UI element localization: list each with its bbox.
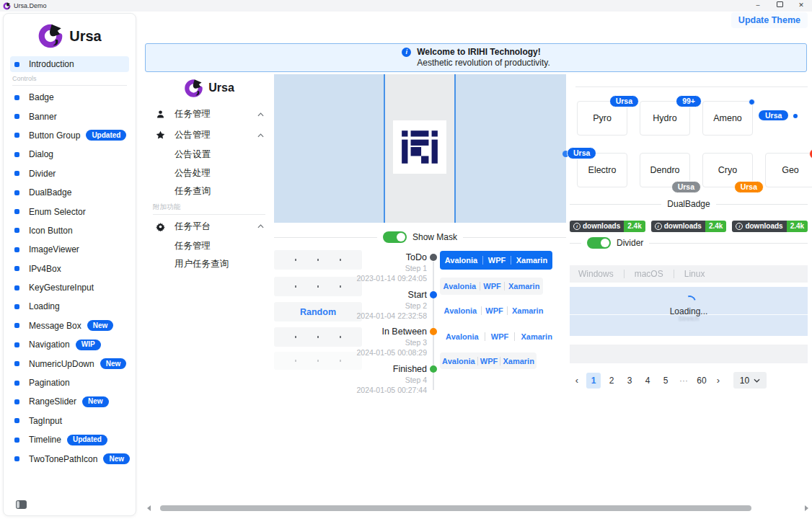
button-avalonia[interactable]: Avalonia [445,256,477,265]
bullet-icon [14,62,19,67]
card-label: Cryo [718,165,737,175]
sidebar-section-label: Controls [12,75,127,86]
timeline-date: 2023-01-14 09:24:05 [332,273,427,283]
menu-item-任务查询[interactable]: 任务查询 [144,182,274,201]
info-icon: i [655,223,662,230]
sidebar-item-divider[interactable]: Divider [4,164,136,183]
sidebar-item-pagination[interactable]: Pagination [4,373,136,392]
image-viewer[interactable] [274,74,566,223]
bullet-icon [14,381,19,386]
ursa-badge: Ursa [734,181,764,193]
badge-card-pyro[interactable]: PyroUrsa [577,101,627,136]
button-xamarin[interactable]: Xamarin [521,332,552,341]
separator [480,282,480,290]
dot-badge [809,148,812,159]
page-button-4[interactable]: 4 [640,373,655,389]
sidebar-item-message-box[interactable]: Message BoxNew [4,316,136,335]
menu-item-label: 任务平台 [175,221,211,233]
sidebar-item-introduction[interactable]: Introduction [10,56,129,72]
sidebar-item-ipv4box[interactable]: IPv4Box [4,260,136,278]
timeline-entry: StartStep 22024-01-04 22:32:58 [332,289,427,327]
sidebar-item-dialog[interactable]: Dialog [4,145,136,164]
page-button-3[interactable]: 3 [622,373,637,389]
button-wpf[interactable]: WPF [483,282,500,290]
menu-item-任务平台[interactable]: 任务平台 [144,216,274,237]
sidebar-item-badge[interactable]: Badge [4,88,136,107]
button-wpf[interactable]: WPF [485,306,503,315]
button-avalonia[interactable]: Avalonia [443,282,476,290]
scroll-left-icon[interactable] [147,505,151,511]
sidebar-item-keygestureinput[interactable]: KeyGestureInput [4,278,136,297]
dual-badge-label: idownloads [651,221,705,232]
update-theme-button[interactable]: Update Theme [731,12,808,28]
horizontal-scrollbar[interactable] [160,505,751,511]
badge-card-hydro[interactable]: Hydro99+ [640,101,690,136]
chevron-up-icon[interactable] [257,112,264,117]
menu-item-任务管理[interactable]: 任务管理 [144,237,274,256]
menu-item-公告管理[interactable]: 公告管理 [144,125,274,146]
timeline-title: Finished [332,363,427,375]
close-button[interactable]: ✕ [790,0,812,12]
badge-card-geo[interactable]: Geo [765,153,812,187]
dualbadge-divider-label: DualBadge [667,199,710,209]
sidebar-item-twotonepathicon[interactable]: TwoTonePathIconNew [4,449,136,468]
badge-card-cryo[interactable]: CryoUrsa [702,153,753,187]
sidebar-item-navigation[interactable]: NavigationWIP [4,335,136,354]
mask-overlay-left [274,74,384,223]
sidebar-item-banner[interactable]: Banner [4,107,136,125]
menu-item-公告处理[interactable]: 公告处理 [144,164,274,183]
button-xamarin[interactable]: Xamarin [516,256,547,265]
chevron-up-icon[interactable] [257,133,264,138]
badge-card-dendro[interactable]: DendroUrsa [640,153,690,187]
divider-toggle[interactable] [587,237,611,249]
button-avalonia[interactable]: Avalonia [442,357,475,365]
scroll-right-icon[interactable] [805,505,808,511]
enum-option-linux: Linux [684,269,705,279]
sidebar-item-rangeslider[interactable]: RangeSliderNew [4,392,136,411]
sidebar-item-imageviewer[interactable]: ImageViewer [4,240,136,259]
sidebar-item-dualbadge[interactable]: DualBadge [4,183,136,202]
sidebar-item-loading[interactable]: Loading [4,297,136,316]
sidebar-item-label: TagInput [29,416,62,426]
minimize-button[interactable]: – [747,0,769,12]
prev-page-button[interactable]: ‹ [571,375,583,386]
divider-toggle-label: Divider [617,238,643,248]
badge-card-ameno[interactable]: Ameno [702,101,753,136]
page-button-2[interactable]: 2 [604,373,619,389]
badge-card-electro[interactable]: ElectroUrsa [577,153,627,187]
chevron-up-icon[interactable] [257,224,264,229]
button-wpf[interactable]: WPF [491,332,508,341]
menu-item-任务管理[interactable]: 任务管理 [144,104,274,125]
button-wpf[interactable]: WPF [480,357,498,365]
button-avalonia[interactable]: Avalonia [446,332,478,341]
menu-item-公告设置[interactable]: 公告设置 [144,146,274,164]
next-page-button[interactable]: › [712,375,724,386]
sidebar-item-label: Icon Button [29,226,73,236]
sidebar-collapse-icon[interactable] [16,500,27,509]
sidebar-item-numericupdown[interactable]: NumericUpDownNew [4,354,136,373]
button-xamarin[interactable]: Xamarin [508,282,539,290]
sidebar-item-taginput[interactable]: TagInput [4,412,136,430]
bullet-icon [14,247,19,252]
button-xamarin[interactable]: Xamarin [503,357,534,365]
sidebar-item-button-group[interactable]: Button GroupUpdated [4,126,136,145]
sidebar-item-label: Enum Selector [29,207,86,217]
card-label: Pyro [593,113,612,123]
sidebar-item-icon-button[interactable]: Icon Button [4,221,136,240]
separator [507,306,508,315]
button-xamarin[interactable]: Xamarin [512,306,543,315]
maximize-button[interactable] [769,0,790,12]
page-button-5[interactable]: 5 [658,373,673,389]
button-avalonia[interactable]: Avalonia [444,306,477,315]
show-mask-toggle[interactable] [383,231,407,243]
menu-item-用户任务查询[interactable]: 用户任务查询 [144,255,274,274]
timeline-date: 2024-01-05 00:27:44 [332,385,427,395]
page-button-60[interactable]: 60 [694,373,709,389]
sidebar-item-enum-selector[interactable]: Enum Selector [4,202,136,221]
bullet-icon [14,323,19,328]
sidebar-item-timeline[interactable]: TimelineUpdated [4,430,136,449]
bullet-icon [14,114,19,119]
page-button-1[interactable]: 1 [586,373,601,389]
page-size-select[interactable]: 10 [733,372,767,389]
button-wpf[interactable]: WPF [488,256,506,265]
